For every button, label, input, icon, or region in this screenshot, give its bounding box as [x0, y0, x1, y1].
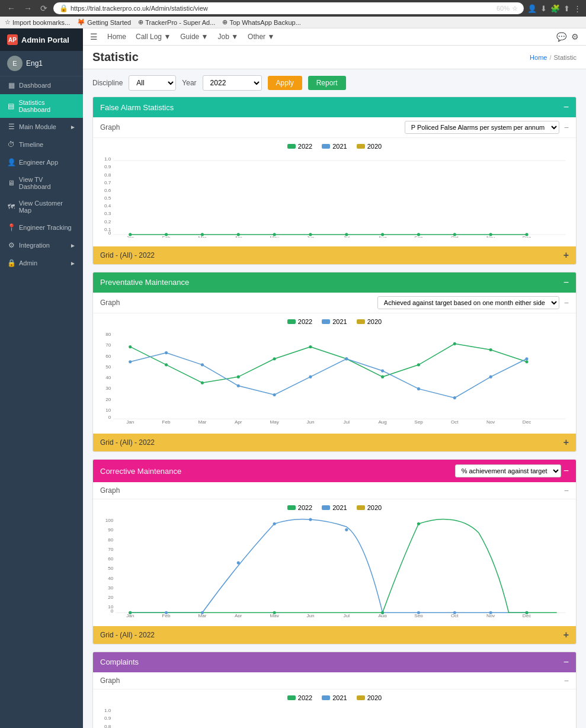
- breadcrumb-home[interactable]: Home: [530, 54, 547, 61]
- svg-point-62: [237, 376, 240, 379]
- svg-text:20: 20: [105, 397, 111, 402]
- sidebar-item-admin[interactable]: 🔒 Admin ►: [0, 254, 83, 272]
- discipline-select[interactable]: All: [129, 75, 176, 91]
- complaints-chart-header: Graph −: [93, 672, 576, 689]
- bookmark-import[interactable]: ☆ Import bookmarks...: [5, 18, 70, 26]
- svg-point-28: [237, 233, 240, 236]
- svg-point-120: [273, 611, 276, 614]
- sidebar-item-timeline[interactable]: ⏱ Timeline: [0, 136, 83, 153]
- browser-chrome: ← → ⟳ 🔒 https://trial.trackerpro.co.uk/A…: [0, 0, 586, 17]
- svg-text:Jun: Jun: [306, 614, 314, 617]
- profile-icon[interactable]: 👤: [527, 4, 537, 13]
- engineer-app-icon: 👤: [7, 158, 15, 166]
- nav-guide[interactable]: Guide ▼: [180, 33, 208, 41]
- svg-point-27: [201, 233, 204, 236]
- svg-text:Aug: Aug: [378, 419, 386, 425]
- svg-point-73: [201, 363, 204, 366]
- corrective-toggle[interactable]: −: [563, 466, 569, 476]
- svg-point-109: [201, 611, 204, 614]
- nav-job[interactable]: Job ▼: [218, 33, 239, 41]
- corrective-section: Corrective Maintenance % achievement aga…: [92, 459, 577, 644]
- svg-text:0.6: 0.6: [104, 188, 111, 193]
- legend-2021-comp: 2021: [322, 694, 347, 701]
- sidebar-item-integration[interactable]: ⚙ Integration ►: [0, 236, 83, 254]
- svg-point-121: [381, 611, 384, 614]
- bookmark-started[interactable]: 🦊 Getting Started: [77, 18, 131, 26]
- corrective-minimize[interactable]: −: [564, 486, 569, 495]
- apply-button[interactable]: Apply: [268, 76, 302, 90]
- svg-point-31: [345, 233, 348, 236]
- false-alarm-grid-label: Grid - (All) - 2022: [100, 251, 155, 259]
- false-alarm-toggle[interactable]: −: [563, 102, 569, 113]
- false-alarm-minimize[interactable]: −: [564, 123, 569, 132]
- hamburger-icon[interactable]: ☰: [90, 32, 98, 41]
- sidebar-item-engineer-app[interactable]: 👤 Engineer App: [0, 153, 83, 171]
- preventative-minimize[interactable]: −: [564, 298, 569, 307]
- legend-dot-2020-corr: [357, 505, 365, 510]
- false-alarm-grid-footer[interactable]: Grid - (All) - 2022 +: [93, 246, 576, 264]
- sidebar-user: E Eng1: [0, 51, 83, 76]
- download-icon[interactable]: ⬇: [540, 4, 547, 13]
- false-alarm-chart-area: 2022 2021 2020: [93, 138, 576, 246]
- preventative-header: Preventative Maintenance −: [93, 272, 576, 293]
- legend-2021: 2021: [322, 143, 347, 150]
- sidebar-item-customer-map[interactable]: 🗺 View Customer Map: [0, 195, 83, 219]
- legend-dot-2021-prev: [322, 319, 330, 324]
- svg-point-61: [201, 381, 204, 384]
- admin-icon: 🔒: [7, 259, 15, 267]
- preventative-option-select[interactable]: Achieved against target based on one mon…: [377, 296, 559, 309]
- sidebar-item-main-module[interactable]: ☰ Main Module ►: [0, 118, 83, 136]
- svg-text:Jun: Jun: [306, 419, 314, 425]
- complaints-minimize[interactable]: −: [564, 676, 569, 685]
- top-nav: ☰ Home Call Log ▼ Guide ▼ Job ▼ Other ▼ …: [83, 28, 586, 46]
- forward-button[interactable]: →: [21, 2, 34, 14]
- preventative-svg: 80 70 60 50 40 30 20 10 0 Jan: [100, 329, 569, 425]
- preventative-toggle[interactable]: −: [563, 277, 569, 288]
- svg-point-30: [309, 233, 312, 236]
- bookmark-whatsapp[interactable]: ⊕ Top WhatsApp Backup...: [222, 18, 300, 26]
- svg-point-117: [489, 611, 492, 614]
- legend-dot-2020-prev: [357, 319, 365, 324]
- corrective-expand-icon: +: [563, 630, 569, 640]
- bookmark-trackerpro[interactable]: ⊕ TrackerPro - Super Ad...: [138, 18, 215, 26]
- corrective-grid-footer[interactable]: Grid - (All) - 2022 +: [93, 626, 576, 644]
- sidebar-item-dashboard[interactable]: ▦ Dashboard: [0, 76, 83, 94]
- share-icon[interactable]: ⬆: [563, 4, 570, 13]
- legend-dot-2022: [287, 144, 296, 149]
- svg-point-33: [417, 233, 420, 236]
- complaints-toggle[interactable]: −: [563, 657, 569, 668]
- sidebar-item-engineer-tracking[interactable]: 📍 Engineer Tracking: [0, 219, 83, 236]
- year-select[interactable]: 2022 2021 2020: [203, 75, 262, 91]
- chat-icon[interactable]: 💬: [556, 32, 566, 41]
- sidebar-item-label: Dashboard: [19, 82, 51, 89]
- sidebar-item-statistics[interactable]: ▤ Statistics Dashboard: [0, 94, 83, 118]
- complaints-title: Complaints: [100, 658, 139, 666]
- nav-other[interactable]: Other ▼: [248, 33, 274, 41]
- svg-text:0.9: 0.9: [104, 716, 111, 721]
- preventative-grid-footer[interactable]: Grid - (All) - 2022 +: [93, 434, 576, 451]
- complaints-chart-area: 2022 2021 2020: [93, 689, 576, 728]
- svg-point-82: [525, 357, 528, 360]
- sidebar-nav: ▦ Dashboard ▤ Statistics Dashboard ☰ Mai…: [0, 76, 83, 728]
- svg-point-111: [273, 522, 276, 525]
- false-alarm-option-select[interactable]: P Policed False Alarms per system per an…: [405, 121, 559, 134]
- report-button[interactable]: Report: [308, 76, 346, 90]
- sidebar-item-tv-dashboard[interactable]: 🖥 View TV Dashboard: [0, 171, 83, 195]
- svg-point-81: [489, 376, 492, 379]
- corrective-header-select[interactable]: % achievement against target: [455, 464, 561, 477]
- url-bar[interactable]: 🔒 https://trial.trackerpro.co.uk/Admin/s…: [53, 2, 524, 14]
- refresh-button[interactable]: ⟳: [38, 2, 50, 14]
- browser-actions: 👤 ⬇ 🧩 ⬆ ⋮: [527, 4, 581, 13]
- corrective-legend: 2022 2021 2020: [100, 504, 569, 511]
- legend-2022-prev: 2022: [287, 318, 312, 325]
- svg-point-77: [345, 357, 348, 360]
- settings-icon[interactable]: ⚙: [571, 32, 579, 41]
- nav-calllog[interactable]: Call Log ▼: [136, 33, 171, 41]
- menu-icon[interactable]: ⋮: [574, 4, 581, 13]
- breadcrumb: Home / Statistic: [530, 54, 577, 61]
- nav-home[interactable]: Home: [107, 33, 126, 41]
- svg-text:Sep: Sep: [414, 419, 423, 425]
- back-button[interactable]: ←: [5, 2, 18, 14]
- extensions-icon[interactable]: 🧩: [550, 4, 560, 13]
- app-logo: AP: [7, 34, 18, 45]
